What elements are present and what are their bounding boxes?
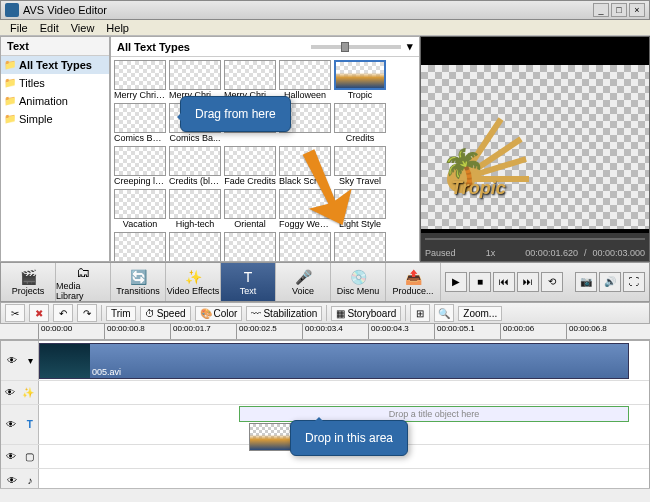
preview-status: Paused xyxy=(425,248,456,258)
gallery-thumb[interactable]: Text xyxy=(279,232,331,261)
next-button[interactable]: ⏭ xyxy=(517,272,539,292)
callout-drag: Drag from here xyxy=(180,96,291,132)
main-toolbar: 🎬Projects🗂Media Library🔄Transitions✨Vide… xyxy=(0,262,650,302)
effects-track[interactable]: 👁✨ xyxy=(1,381,649,405)
gallery-thumb[interactable]: Tropic xyxy=(334,60,386,100)
gallery-thumb[interactable]: Light Style xyxy=(334,189,386,229)
menu-view[interactable]: View xyxy=(67,22,99,34)
eye-icon[interactable]: 👁 xyxy=(7,355,17,366)
menu-edit[interactable]: Edit xyxy=(36,22,63,34)
gallery-header: All Text Types xyxy=(117,41,190,53)
gallery-thumb[interactable]: Text xyxy=(114,232,166,261)
toolbar-media-library[interactable]: 🗂Media Library xyxy=(56,263,111,301)
preview-panel: 🌴 Tropic Paused 1x 00:00:01.620 / 00:00:… xyxy=(420,36,650,262)
gallery-thumb[interactable]: Creeping line xyxy=(114,146,166,186)
toolbar-voice[interactable]: 🎤Voice xyxy=(276,263,331,301)
preview-time-total: 00:00:03.000 xyxy=(592,248,645,258)
zoom-in-button[interactable]: 🔍 xyxy=(434,304,454,322)
maximize-button[interactable]: □ xyxy=(611,3,627,17)
text-icon: T xyxy=(27,419,33,430)
thumb-size-slider[interactable] xyxy=(311,45,401,49)
title-bar: AVS Video Editor _ □ × xyxy=(0,0,650,20)
undo-button[interactable]: ↶ xyxy=(53,304,73,322)
video-clip[interactable]: 005.avi xyxy=(39,343,629,379)
speed-button[interactable]: ⏱ Speed xyxy=(140,306,191,321)
audio-icon: ♪ xyxy=(28,475,33,486)
menu-bar: File Edit View Help xyxy=(0,20,650,36)
timeline-ruler[interactable]: 00:00:0000:00:00.800:00:01.700:00:02.500… xyxy=(0,324,650,340)
fx-icon: ✨ xyxy=(22,387,34,398)
redo-button[interactable]: ↷ xyxy=(77,304,97,322)
minimize-button[interactable]: _ xyxy=(593,3,609,17)
window-title: AVS Video Editor xyxy=(23,4,107,16)
callout-drop: Drop in this area xyxy=(290,420,408,456)
sidebar-item-simple[interactable]: Simple xyxy=(1,110,109,128)
clip-name: 005.avi xyxy=(92,367,121,377)
gallery-menu-icon[interactable]: ▾ xyxy=(407,40,413,53)
gallery-thumb[interactable]: Text xyxy=(334,232,386,261)
sidebar-item-titles[interactable]: Titles xyxy=(1,74,109,92)
gallery-thumb[interactable]: Fade Credits xyxy=(224,146,276,186)
toolbar-projects[interactable]: 🎬Projects xyxy=(1,263,56,301)
gallery-thumb[interactable]: Text xyxy=(224,232,276,261)
gallery-thumb[interactable]: Halloween xyxy=(279,60,331,100)
menu-help[interactable]: Help xyxy=(102,22,133,34)
sidebar-item-animation[interactable]: Animation xyxy=(1,92,109,110)
delete-button[interactable]: ✖ xyxy=(29,304,49,322)
text-gallery: All Text Types ▾ Merry Christ...Merry Ch… xyxy=(110,36,420,262)
gallery-thumb[interactable]: Oriental xyxy=(224,189,276,229)
toolbar-video-effects[interactable]: ✨Video Effects xyxy=(166,263,221,301)
eye-icon[interactable]: 👁 xyxy=(6,451,16,462)
zoom-fit-button[interactable]: ⊞ xyxy=(410,304,430,322)
play-button[interactable]: ▶ xyxy=(445,272,467,292)
gallery-thumb[interactable]: High-tech xyxy=(169,189,221,229)
gallery-thumb[interactable]: Credits xyxy=(334,103,386,143)
loop-button[interactable]: ⟲ xyxy=(541,272,563,292)
eye-icon[interactable]: 👁 xyxy=(7,475,17,486)
gallery-thumb[interactable]: Merry Christ... xyxy=(169,60,221,100)
split-button[interactable]: ✂ xyxy=(5,304,25,322)
trim-button[interactable]: Trim xyxy=(106,306,136,321)
gallery-thumb[interactable]: Merry Christ... xyxy=(114,60,166,100)
gallery-thumb[interactable]: Vacation xyxy=(114,189,166,229)
horizontal-scrollbar[interactable] xyxy=(0,488,650,502)
close-button[interactable]: × xyxy=(629,3,645,17)
stabilization-button[interactable]: 〰 Stabilization xyxy=(246,306,322,321)
preview-seek-bar[interactable] xyxy=(421,233,649,245)
app-icon xyxy=(5,3,19,17)
toolbar-disc-menu[interactable]: 💿Disc Menu xyxy=(331,263,386,301)
collapse-icon[interactable]: ▾ xyxy=(28,355,33,366)
overlay-icon: ▢ xyxy=(25,451,34,462)
gallery-thumb[interactable]: Merry Christ... xyxy=(224,60,276,100)
preview-overlay-text: Tropic xyxy=(451,178,506,199)
stop-button[interactable]: ■ xyxy=(469,272,491,292)
snapshot-button[interactable]: 📷 xyxy=(575,272,597,292)
toolbar-produce-[interactable]: 📤Produce... xyxy=(386,263,441,301)
preview-video[interactable]: 🌴 Tropic xyxy=(421,37,649,233)
sidebar-header: Text xyxy=(1,37,109,56)
preview-time-current: 00:00:01.620 xyxy=(525,248,578,258)
color-button[interactable]: 🎨 Color xyxy=(195,306,243,321)
prev-button[interactable]: ⏮ xyxy=(493,272,515,292)
sidebar-item-all[interactable]: All Text Types xyxy=(1,56,109,74)
preview-speed: 1x xyxy=(486,248,496,258)
gallery-thumb[interactable]: Foggy Wek... xyxy=(279,189,331,229)
toolbar-transitions[interactable]: 🔄Transitions xyxy=(111,263,166,301)
gallery-thumb[interactable]: Text xyxy=(169,232,221,261)
timeline-toolbar: ✂ ✖ ↶ ↷ Trim ⏱ Speed 🎨 Color 〰 Stabiliza… xyxy=(0,302,650,324)
video-track[interactable]: 👁▾ 005.avi xyxy=(1,341,649,381)
eye-icon[interactable]: 👁 xyxy=(5,387,15,398)
gallery-thumb[interactable]: Sky Travel xyxy=(334,146,386,186)
gallery-thumb[interactable]: Credits (black) xyxy=(169,146,221,186)
eye-icon[interactable]: 👁 xyxy=(6,419,16,430)
storyboard-button[interactable]: ▦ Storyboard xyxy=(331,306,401,321)
menu-file[interactable]: File xyxy=(6,22,32,34)
category-sidebar: Text All Text Types Titles Animation Sim… xyxy=(0,36,110,262)
toolbar-text[interactable]: TText xyxy=(221,263,276,301)
zoom-menu[interactable]: Zoom... xyxy=(458,306,502,321)
playback-controls: ▶ ■ ⏮ ⏭ ⟲ 📷 🔊 ⛶ xyxy=(441,263,649,301)
gallery-thumb[interactable]: Black Screen... xyxy=(279,146,331,186)
gallery-thumb[interactable]: Comics Ballo... xyxy=(114,103,166,143)
fullscreen-button[interactable]: ⛶ xyxy=(623,272,645,292)
volume-button[interactable]: 🔊 xyxy=(599,272,621,292)
